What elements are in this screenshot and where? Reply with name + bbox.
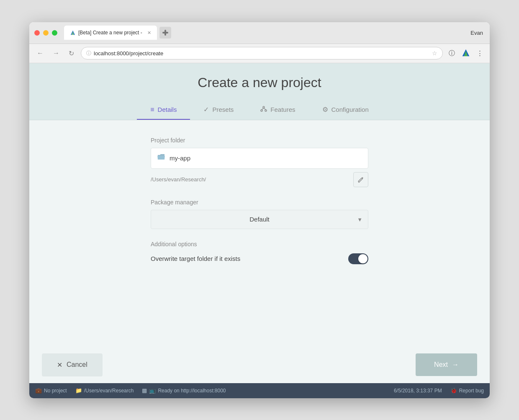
new-tab-button[interactable]: [159, 27, 171, 39]
vuetify-ext-icon: [462, 49, 470, 57]
toggle-knob: [358, 254, 367, 263]
cancel-icon: ✕: [57, 361, 62, 369]
project-folder-label: Project folder: [151, 137, 368, 144]
page-content: Create a new project ≡ Details ✓ Presets: [29, 63, 490, 398]
overwrite-toggle[interactable]: [348, 253, 368, 264]
forward-button[interactable]: →: [50, 48, 62, 59]
next-arrow-icon: →: [452, 361, 459, 368]
refresh-button[interactable]: ↻: [66, 48, 77, 59]
folder-path: /Users/evan/Research/: [151, 176, 349, 183]
footer-buttons: ✕ Cancel Next →: [29, 347, 490, 383]
close-button[interactable]: [34, 30, 40, 36]
folder-status-icon: 📁: [75, 387, 82, 394]
tab-bar: [Beta] Create a new project - ✕: [64, 26, 485, 40]
tab-features-label: Features: [270, 106, 295, 113]
maximize-button[interactable]: [52, 30, 57, 36]
briefcase-icon: 💼: [35, 387, 42, 394]
report-bug-text: Report bug: [459, 388, 484, 394]
minimize-button[interactable]: [43, 30, 49, 36]
folder-icon: [157, 154, 165, 162]
bug-icon: 🐞: [450, 387, 457, 394]
user-name: Evan: [470, 30, 483, 36]
tab-details-label: Details: [158, 106, 177, 113]
package-manager-select[interactable]: Default npm yarn: [151, 210, 368, 229]
title-bar: [Beta] Create a new project - ✕ Evan: [29, 22, 490, 44]
address-bar: ← → ↻ ⓘ localhost:8000/project/create ☆ …: [29, 44, 490, 63]
next-button[interactable]: Next →: [416, 353, 477, 376]
tab-close-icon[interactable]: ✕: [147, 30, 151, 36]
security-icon: ⓘ: [86, 50, 91, 57]
browser-window: [Beta] Create a new project - ✕ Evan ← →…: [29, 22, 490, 398]
monitor-icon: 📺: [149, 387, 156, 394]
svg-point-6: [263, 106, 265, 108]
edit-icon: [358, 177, 364, 183]
browser-tab[interactable]: [Beta] Create a new project - ✕: [64, 26, 157, 40]
browser-toolbar: ⓘ ⋮: [447, 47, 485, 60]
svg-line-10: [264, 108, 266, 110]
url-text: localhost:8000/project/create: [94, 50, 429, 57]
back-button[interactable]: ←: [34, 48, 46, 59]
terminal-icon: ▩: [142, 387, 147, 394]
next-label: Next: [434, 361, 448, 368]
features-svg-icon: [260, 106, 267, 112]
additional-options-group: Additional options Overwrite target fold…: [151, 241, 368, 264]
configuration-icon: ⚙: [322, 106, 328, 113]
presets-icon: ✓: [203, 106, 209, 113]
status-no-project: 💼 No project: [35, 387, 67, 394]
features-icon: [260, 106, 267, 114]
status-ready-text: Ready on http://localhost:8000: [158, 388, 226, 394]
folder-input[interactable]: my-app: [151, 148, 368, 169]
status-bar: 💼 No project 📁 /Users/evan/Research ▩ 📺 …: [29, 383, 490, 398]
edit-path-button[interactable]: [353, 172, 368, 187]
additional-options-label: Additional options: [151, 241, 368, 247]
tab-details[interactable]: ≡ Details: [137, 100, 190, 120]
overwrite-option-row: Overwrite target folder if it exists: [151, 253, 368, 264]
svg-point-8: [265, 110, 267, 111]
package-manager-label: Package manager: [151, 199, 368, 206]
package-manager-group: Package manager Default npm yarn ▼: [151, 199, 368, 229]
details-icon: ≡: [150, 106, 154, 113]
status-no-project-text: No project: [44, 388, 67, 394]
vuetify-tab-icon: [70, 30, 76, 36]
overwrite-label: Overwrite target folder if it exists: [151, 255, 240, 262]
tab-presets[interactable]: ✓ Presets: [190, 100, 247, 120]
svg-line-9: [262, 108, 264, 110]
page-title: Create a new project: [29, 75, 490, 90]
cancel-button[interactable]: ✕ Cancel: [42, 353, 103, 376]
window-controls: [34, 30, 57, 36]
info-icon-button[interactable]: ⓘ: [447, 48, 457, 59]
form-area: Project folder my-app /Users/evan/Resear…: [29, 120, 490, 347]
folder-svg-icon: [157, 154, 165, 160]
vuetify-extension-button[interactable]: [460, 47, 472, 60]
status-path-text: /Users/evan/Research: [84, 388, 134, 394]
form-inner: Project folder my-app /Users/evan/Resear…: [151, 137, 368, 276]
folder-name: my-app: [170, 155, 190, 162]
cancel-label: Cancel: [67, 361, 87, 368]
status-path: 📁 /Users/evan/Research: [75, 387, 134, 394]
tab-title: [Beta] Create a new project -: [78, 30, 142, 36]
bookmark-icon[interactable]: ☆: [432, 50, 437, 57]
svg-point-7: [261, 110, 262, 111]
tab-presets-label: Presets: [212, 106, 234, 113]
tab-configuration[interactable]: ⚙ Configuration: [309, 100, 382, 120]
new-tab-icon: [162, 30, 168, 36]
tab-features[interactable]: Features: [247, 100, 308, 120]
report-bug-button[interactable]: 🐞 Report bug: [450, 387, 484, 394]
status-terminal: ▩ 📺 Ready on http://localhost:8000: [142, 387, 226, 394]
url-bar[interactable]: ⓘ localhost:8000/project/create ☆: [81, 47, 443, 59]
status-time: 6/5/2018, 3:13:37 PM: [394, 388, 442, 394]
tabs-navigation: ≡ Details ✓ Presets: [29, 100, 490, 120]
svg-rect-3: [162, 32, 168, 33]
project-folder-group: Project folder my-app /Users/evan/Resear…: [151, 137, 368, 187]
package-manager-select-wrapper: Default npm yarn ▼: [151, 210, 368, 229]
menu-button[interactable]: ⋮: [475, 48, 485, 59]
page-header: Create a new project ≡ Details ✓ Presets: [29, 63, 490, 120]
path-row: /Users/evan/Research/: [151, 172, 368, 187]
tab-configuration-label: Configuration: [331, 106, 369, 113]
